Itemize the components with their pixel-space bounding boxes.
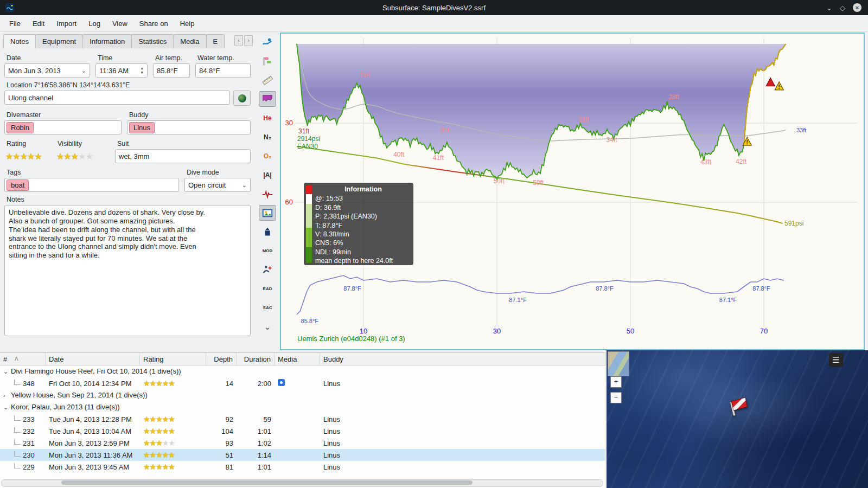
dive-row[interactable]: 229Mon Jun 3, 2013 9:45 AM★★★★★811:01Lin… <box>0 461 605 473</box>
dive-row[interactable]: 233Tue Jun 4, 2013 12:28 PM★★★★★9259Linu… <box>0 413 605 425</box>
svg-text:28ft: 28ft <box>668 93 680 101</box>
column-header-buddy[interactable]: Buddy <box>320 353 605 365</box>
air-temp-value: 85.8°F <box>157 67 177 75</box>
map-zoom-in-button[interactable]: + <box>610 376 622 388</box>
star-filled-icon[interactable]: ★ <box>56 151 63 162</box>
notes-textarea[interactable]: Unbelievable dive. Dozens and dozens of … <box>4 205 251 336</box>
star-filled-icon[interactable]: ★ <box>12 151 20 162</box>
star-filled-icon[interactable]: ★ <box>27 151 34 162</box>
spinner-arrows-icon[interactable]: ▲▼ <box>141 67 144 74</box>
maximize-button[interactable]: ◇ <box>840 4 845 12</box>
heart-rate-icon[interactable] <box>259 186 276 202</box>
visibility-stars[interactable]: ★★★★★ <box>56 149 110 163</box>
collapse-icon[interactable]: ⌄ <box>3 401 11 413</box>
dive-duration: 1:01 <box>237 463 275 471</box>
trip-row[interactable]: ⌄Divi Flamingo House Reef, Fri Oct 10, 2… <box>0 365 605 377</box>
map-overview-thumbnail[interactable] <box>608 351 629 376</box>
menu-item-file[interactable]: File <box>3 17 27 30</box>
dive-row[interactable]: 232Tue Jun 4, 2013 10:04 AM★★★★★1041:01L… <box>0 425 605 437</box>
swimmer-icon[interactable] <box>259 34 276 50</box>
column-header-num[interactable]: #ᐱ <box>0 353 46 365</box>
tab-statistics[interactable]: Statistics <box>131 34 174 48</box>
trip-row[interactable]: ›Yellow House, Sun Sep 21, 2014 (1 dive(… <box>0 389 605 401</box>
star-filled-icon[interactable]: ★ <box>34 151 41 162</box>
gas-flags-icon[interactable] <box>259 53 276 69</box>
divemaster-field[interactable]: Robin <box>4 120 122 134</box>
svg-text:87.8°F: 87.8°F <box>343 285 361 292</box>
column-header-date[interactable]: Date <box>46 353 140 365</box>
suit-field[interactable]: wet, 3mm <box>115 149 251 163</box>
horizontal-scrollbar[interactable] <box>1 479 603 487</box>
tab-notes[interactable]: Notes <box>3 34 36 48</box>
column-header-duration[interactable]: Duration <box>237 353 275 365</box>
dive-profile-panel[interactable]: 10305070306015ft28ft35ft40ft41ft50ft50ft… <box>280 33 865 350</box>
divemaster-chip[interactable]: Robin <box>7 122 34 133</box>
column-header-media[interactable]: Media <box>275 353 320 365</box>
tab-media[interactable]: Media <box>173 34 206 48</box>
rating-stars[interactable]: ★★★★★ <box>5 149 50 163</box>
column-header-depth[interactable]: Depth <box>206 353 237 365</box>
map-zoom-out-button[interactable]: − <box>610 392 622 403</box>
tissues-icon[interactable]: |A| <box>259 167 276 183</box>
nitrogen-icon[interactable]: N₂ <box>259 129 276 145</box>
menu-item-view[interactable]: View <box>106 17 133 30</box>
dive-media <box>275 379 320 388</box>
map-menu-button[interactable]: ☰ <box>829 353 843 367</box>
minimize-button[interactable]: ⌄ <box>826 4 832 12</box>
collapse-icon[interactable]: ⌄ <box>3 365 11 377</box>
tab-scroll-left-button[interactable]: ‹ <box>234 35 243 46</box>
menu-item-share-on[interactable]: Share on <box>133 17 174 30</box>
dive-mode-select[interactable]: Open circuit ⌄ <box>184 178 251 192</box>
dive-row[interactable]: 231Mon Jun 3, 2013 2:59 PM★★★★★931:02Lin… <box>0 437 605 449</box>
column-header-rating[interactable]: Rating <box>140 353 206 365</box>
time-spinbox[interactable]: 11:36 AM ▲▼ <box>95 63 148 78</box>
globe-button[interactable] <box>233 91 251 106</box>
star-filled-icon[interactable]: ★ <box>20 151 27 162</box>
dive-flag-marker[interactable] <box>727 397 751 418</box>
dc-ceiling-icon[interactable] <box>259 91 276 107</box>
air-temp-field[interactable]: 85.8°F <box>153 63 190 78</box>
menu-item-log[interactable]: Log <box>82 17 106 30</box>
tab-e[interactable]: E <box>206 34 225 48</box>
titlebar[interactable]: Subsurface: SampleDivesV2.ssrf ⌄ ◇ ✕ <box>0 0 868 15</box>
scroll-down-icon[interactable]: ⌄ <box>259 319 276 335</box>
menu-item-help[interactable]: Help <box>174 17 201 30</box>
media-icon[interactable] <box>278 379 285 386</box>
menu-item-import[interactable]: Import <box>50 17 82 30</box>
profile-tooltip[interactable]: Information @: 15:53D: 36.9ftP: 2,381psi… <box>304 183 413 265</box>
tag-chip[interactable]: boat <box>7 179 29 191</box>
tree-branch-icon <box>14 380 21 385</box>
close-button[interactable]: ✕ <box>853 3 861 12</box>
ruler-icon[interactable] <box>259 72 276 88</box>
star-empty-icon[interactable]: ★ <box>78 151 85 162</box>
dive-row[interactable]: 230Mon Jun 3, 2013 11:36 AM★★★★★511:14Li… <box>0 449 605 461</box>
buddy-field[interactable]: Linus <box>127 120 251 134</box>
calc-ceiling-icon[interactable] <box>259 224 276 240</box>
mod-icon[interactable]: MOD <box>259 243 276 259</box>
scrollbar-thumb[interactable] <box>61 480 473 485</box>
tab-information[interactable]: Information <box>82 34 132 48</box>
oxygen-icon[interactable]: O₂ <box>259 148 276 164</box>
heliox-icon[interactable]: He <box>259 110 276 126</box>
ead-icon[interactable]: EAD <box>259 281 276 297</box>
diver-plus-icon[interactable] <box>259 262 276 278</box>
menu-item-edit[interactable]: Edit <box>27 17 50 30</box>
tab-equipment[interactable]: Equipment <box>35 34 83 48</box>
star-filled-icon[interactable]: ★ <box>5 151 12 162</box>
dive-number: 233 <box>23 415 35 423</box>
star-filled-icon[interactable]: ★ <box>63 151 71 162</box>
sac-icon[interactable]: SAC <box>259 300 276 316</box>
expand-icon[interactable]: › <box>3 389 11 401</box>
buddy-chip[interactable]: Linus <box>129 122 155 133</box>
tab-scroll-right-button[interactable]: › <box>244 35 253 46</box>
trip-row[interactable]: ⌄Koror, Palau, Jun 2013 (11 dive(s)) <box>0 401 605 413</box>
star-empty-icon[interactable]: ★ <box>85 151 92 162</box>
star-filled-icon[interactable]: ★ <box>71 151 78 162</box>
location-field[interactable]: Ulong channel <box>4 91 230 105</box>
tags-field[interactable]: boat <box>4 178 179 192</box>
photos-icon[interactable] <box>259 205 276 221</box>
map-panel[interactable]: ☰ + − <box>607 350 868 488</box>
date-combobox[interactable]: Mon Jun 3, 2013 ⌄ <box>4 63 90 78</box>
water-temp-field[interactable]: 84.8°F <box>195 63 251 78</box>
dive-row[interactable]: 348Fri Oct 10, 2014 12:34 PM★★★★★142:00L… <box>0 377 605 389</box>
